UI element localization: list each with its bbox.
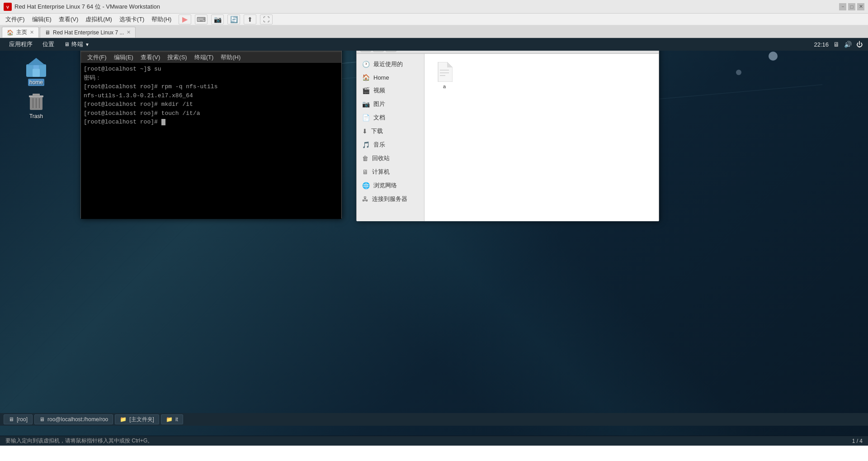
- vm-tab-label: Red Hat Enterprise Linux 7 ...: [53, 29, 124, 36]
- network-icon: 🌐: [362, 182, 370, 189]
- svg-rect-4: [33, 69, 40, 77]
- menu-edit[interactable]: 编辑(E): [28, 14, 55, 24]
- fullscreen-button[interactable]: ⛶: [260, 14, 273, 24]
- terminal-menu-file[interactable]: 文件(F): [84, 52, 110, 62]
- server-label: 连接到服务器: [372, 195, 407, 203]
- svg-marker-12: [438, 62, 453, 82]
- fm-sidebar-downloads[interactable]: ⬇ 下载: [357, 124, 424, 138]
- taskbar-item-main-folder-label: [主文件夹]: [129, 416, 154, 423]
- gnome-topbar: 应用程序 位置 🖥 终端 ▼ 22:16 🖥 🔊 ⏻: [0, 38, 868, 51]
- file-item-a[interactable]: a: [430, 59, 459, 91]
- fm-sidebar-trash[interactable]: 🗑 回收站: [357, 152, 424, 165]
- topbar-power-icon: ⏻: [856, 41, 863, 48]
- vm-tab-close[interactable]: ✕: [127, 29, 131, 35]
- downloads-icon: ⬇: [362, 128, 368, 135]
- vmware-toolbar: ▶ ⌨ 📷 🔄 ⬆ ⛶: [179, 14, 273, 24]
- menu-view[interactable]: 查看(V): [55, 14, 82, 24]
- vmware-menubar: 文件(F) 编辑(E) 查看(V) 虚拟机(M) 选项卡(T) 帮助(H) ▶ …: [0, 14, 868, 25]
- terminal-line-4: nfs-utils-1.3.0-0.21.el7.x86_64: [84, 91, 339, 100]
- vmware-app-icon: V: [4, 3, 12, 11]
- fm-sidebar-server[interactable]: 🖧 连接到服务器: [357, 192, 424, 206]
- gnome-taskbar: 🖥 [roo] 🖥 roo@localhost:/home/roo 📁 [主文件…: [0, 413, 868, 426]
- snapshot-button[interactable]: 📷: [211, 14, 224, 24]
- taskbar-folder-icon-2: 📁: [166, 416, 173, 423]
- fm-sidebar-network[interactable]: 🌐 浏览网络: [357, 179, 424, 192]
- terminal-menu-terminal[interactable]: 终端(T): [191, 52, 217, 62]
- taskbar-folder-icon-1: 📁: [120, 416, 127, 423]
- trash-icon: [25, 90, 47, 112]
- trash-sidebar-label: 回收站: [372, 154, 390, 162]
- vm-tab-icon: 🖥: [45, 29, 50, 36]
- terminal-menu-view[interactable]: 查看(V): [137, 52, 164, 62]
- pictures-icon: 📷: [362, 100, 370, 108]
- filemanager-window: ◀ ▶ 📄 it 🔍 ☰ ⊞ ▼ ≡ － □ ✕ 🕐 最近使用的: [356, 40, 659, 221]
- gnome-topbar-left: 应用程序 位置 🖥 终端 ▼: [5, 39, 93, 49]
- status-bar: 要输入定向到该虚拟机，请将鼠标指针移入其中或按 Ctrl+G。 1 / 4: [0, 436, 868, 446]
- recent-icon: 🕐: [362, 61, 370, 68]
- fm-sidebar-home[interactable]: 🏠 Home: [357, 71, 424, 84]
- snapshot2-button[interactable]: 🔄: [227, 14, 240, 24]
- desktop-icon-trash[interactable]: Trash: [20, 90, 52, 120]
- gnome-places-menu[interactable]: 位置: [39, 39, 58, 49]
- vmware-title: Red Hat Enterprise Linux 7 64 位 - VMware…: [14, 3, 836, 11]
- fm-sidebar-video[interactable]: 🎬 视频: [357, 84, 424, 97]
- terminal-body[interactable]: [root@localhost ~]$ su 密码： [root@localho…: [81, 63, 341, 219]
- home-sidebar-icon: 🏠: [362, 74, 370, 81]
- close-button[interactable]: ✕: [857, 3, 864, 10]
- vmware-titlebar: V Red Hat Enterprise Linux 7 64 位 - VMwa…: [0, 0, 868, 14]
- taskbar-terminal-icon-1: 🖥: [9, 416, 14, 423]
- taskbar-item-it[interactable]: 📁 it: [161, 414, 183, 424]
- page-info: 1 / 4: [852, 438, 863, 444]
- video-icon: 🎬: [362, 87, 370, 94]
- pictures-label: 图片: [373, 100, 385, 108]
- menu-tabs[interactable]: 选项卡(T): [116, 14, 148, 24]
- video-label: 视频: [373, 86, 385, 95]
- terminal-dropdown-icon: ▼: [85, 42, 90, 47]
- terminal-line-3: [root@localhost roo]# rpm -q nfs-utils: [84, 82, 339, 91]
- taskbar-item-terminal[interactable]: 🖥 roo@localhost:/home/roo: [34, 414, 113, 424]
- taskbar-item-roo[interactable]: 🖥 [roo]: [4, 414, 33, 424]
- terminal-menubar: 文件(F) 编辑(E) 查看(V) 搜索(S) 终端(T) 帮助(H): [81, 52, 341, 63]
- music-icon: 🎵: [362, 141, 370, 148]
- fm-sidebar-music[interactable]: 🎵 音乐: [357, 138, 424, 152]
- svg-rect-8: [33, 94, 40, 96]
- fm-main-area: a: [425, 54, 659, 221]
- tab-home[interactable]: 🏠 主页 ✕: [2, 27, 39, 38]
- terminal-menu-help[interactable]: 帮助(H): [217, 52, 244, 62]
- places-label: 位置: [42, 40, 54, 48]
- fm-sidebar-recent[interactable]: 🕐 最近使用的: [357, 57, 424, 71]
- terminal-label: 终端: [71, 40, 83, 48]
- server-icon: 🖧: [362, 195, 368, 203]
- gnome-apps-menu[interactable]: 应用程序: [5, 39, 36, 49]
- recent-label: 最近使用的: [373, 60, 403, 68]
- menu-file[interactable]: 文件(F): [2, 14, 28, 24]
- menu-vm[interactable]: 虚拟机(M): [82, 14, 116, 24]
- home-icon-label: home: [28, 79, 44, 86]
- vmware-tabbar: 🏠 主页 ✕ 🖥 Red Hat Enterprise Linux 7 ... …: [0, 25, 868, 38]
- home-tab-close[interactable]: ✕: [30, 29, 34, 35]
- gnome-terminal-menu[interactable]: 🖥 终端 ▼: [61, 39, 93, 49]
- fm-content: 🕐 最近使用的 🏠 Home 🎬 视频 📷 图片 📄 文档: [357, 54, 659, 221]
- documents-icon: 📄: [362, 114, 370, 121]
- fm-sidebar-pictures[interactable]: 📷 图片: [357, 97, 424, 111]
- tab-vm[interactable]: 🖥 Red Hat Enterprise Linux 7 ... ✕: [40, 27, 136, 38]
- terminal-menu-search[interactable]: 搜索(S): [164, 52, 190, 62]
- home-sidebar-label: Home: [373, 74, 389, 81]
- terminal-line-5: [root@localhost roo]# mkdir /it: [84, 100, 339, 109]
- topbar-screen-icon: 🖥: [833, 41, 840, 48]
- fm-sidebar-documents[interactable]: 📄 文档: [357, 111, 424, 124]
- menu-help[interactable]: 帮助(H): [148, 14, 175, 24]
- terminal-line-1: [root@localhost ~]$ su: [84, 65, 339, 74]
- fm-sidebar-computer[interactable]: 🖥 计算机: [357, 165, 424, 179]
- minimize-button[interactable]: －: [839, 3, 846, 10]
- trash-sidebar-icon: 🗑: [362, 155, 368, 162]
- maximize-button[interactable]: □: [848, 3, 855, 10]
- desktop-icon-home[interactable]: home: [20, 56, 52, 86]
- send-ctrl-alt-del-button[interactable]: ⌨: [195, 14, 208, 24]
- pause-button[interactable]: ▶: [179, 14, 191, 24]
- terminal-menu-edit[interactable]: 编辑(E): [110, 52, 137, 62]
- downloads-label: 下载: [371, 127, 383, 135]
- taskbar-item-main-folder[interactable]: 📁 [主文件夹]: [115, 414, 159, 424]
- vmware-window-controls: － □ ✕: [839, 3, 864, 10]
- snapshot3-button[interactable]: ⬆: [244, 14, 256, 24]
